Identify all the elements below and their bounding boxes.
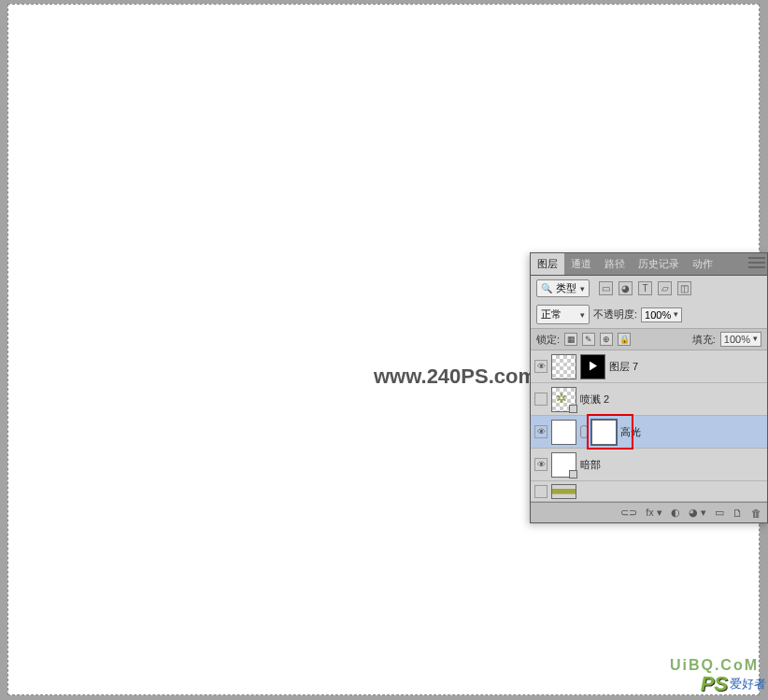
lock-all-icon[interactable]: 🔒 xyxy=(618,333,631,346)
filter-shape-icon[interactable]: ▱ xyxy=(658,281,672,295)
layer-thumbnail[interactable] xyxy=(551,452,576,478)
splash-icon: ✲ xyxy=(556,391,567,406)
link-layers-icon[interactable]: ⊂⊃ xyxy=(620,507,637,519)
chevron-down-icon: ▾ xyxy=(580,284,585,293)
layer-thumbnail[interactable] xyxy=(551,484,576,499)
fill-value: 100% xyxy=(724,334,750,345)
visibility-toggle[interactable] xyxy=(534,485,548,498)
layer-name[interactable]: 暗部 xyxy=(580,458,601,472)
layer-name[interactable]: 高光 xyxy=(620,425,641,439)
visibility-toggle[interactable] xyxy=(534,393,548,406)
mask-icon[interactable]: ◐ xyxy=(671,507,680,519)
fill-label: 填充: xyxy=(692,333,716,347)
group-icon[interactable]: ▭ xyxy=(715,507,724,519)
opacity-label: 不透明度: xyxy=(593,307,637,321)
visibility-toggle[interactable]: 👁 xyxy=(534,458,548,471)
smart-object-icon xyxy=(569,405,577,413)
brand-zh: 爱好者 xyxy=(730,676,766,693)
layer-thumbnail[interactable] xyxy=(551,354,576,379)
layer-name[interactable]: 图层 7 xyxy=(609,360,638,374)
tab-layers[interactable]: 图层 xyxy=(531,253,564,275)
chevron-down-icon: ▾ xyxy=(674,309,678,321)
layer-row[interactable]: 👁 暗部 xyxy=(531,449,767,481)
link-icon xyxy=(580,425,588,438)
filter-kind-label: 类型 xyxy=(556,281,576,295)
layer-row[interactable]: 👁 高光 xyxy=(531,416,767,449)
filter-smart-icon[interactable]: ◫ xyxy=(677,281,691,295)
filter-kind-select[interactable]: 🔍 类型 ▾ xyxy=(536,279,590,297)
lock-paint-icon[interactable]: ✎ xyxy=(582,333,595,346)
layers-panel: 图层 通道 路径 历史记录 动作 🔍 类型 ▾ ▭ ◕ T ▱ ◫ 正常 ▾ 不… xyxy=(530,252,768,523)
layer-thumbnail[interactable] xyxy=(551,420,576,445)
opacity-value: 100% xyxy=(645,309,671,321)
filter-row: 🔍 类型 ▾ ▭ ◕ T ▱ ◫ xyxy=(531,276,767,301)
tab-paths[interactable]: 路径 xyxy=(598,253,632,275)
blend-row: 正常 ▾ 不透明度: 100% ▾ xyxy=(531,301,767,328)
filter-icons: ▭ ◕ T ▱ ◫ xyxy=(599,281,691,295)
lock-transparent-icon[interactable]: ▦ xyxy=(564,333,577,346)
tab-history[interactable]: 历史记录 xyxy=(632,253,686,275)
mask-thumbnail[interactable] xyxy=(580,354,605,379)
filter-adjust-icon[interactable]: ◕ xyxy=(619,281,633,295)
tab-actions[interactable]: 动作 xyxy=(686,253,719,275)
filter-pixel-icon[interactable]: ▭ xyxy=(599,281,613,295)
blend-mode-value: 正常 xyxy=(541,307,562,321)
panel-tabs: 图层 通道 路径 历史记录 动作 xyxy=(531,253,767,276)
blend-mode-select[interactable]: 正常 ▾ xyxy=(536,305,590,324)
trash-icon[interactable]: 🗑 xyxy=(751,507,761,519)
chevron-down-icon: ▾ xyxy=(753,334,758,345)
layers-list: 👁 图层 7 ✲ 喷溅 2 👁 高光 👁 暗部 xyxy=(531,350,767,502)
panel-menu-icon[interactable] xyxy=(748,257,765,268)
layer-row[interactable] xyxy=(531,481,767,502)
layer-row[interactable]: 👁 图层 7 xyxy=(531,350,767,383)
layer-fx-icon[interactable]: fx ▾ xyxy=(646,507,662,519)
layer-thumbnail[interactable]: ✲ xyxy=(551,387,576,412)
search-icon: 🔍 xyxy=(541,283,552,293)
tab-channels[interactable]: 通道 xyxy=(564,253,598,275)
lock-label: 锁定: xyxy=(536,333,560,347)
panel-footer: ⊂⊃ fx ▾ ◐ ◕ ▾ ▭ 🗋 🗑 xyxy=(531,502,767,522)
filter-type-icon[interactable]: T xyxy=(638,281,652,295)
adjustment-icon[interactable]: ◕ ▾ xyxy=(689,507,706,519)
brand-ps: PS xyxy=(701,672,728,696)
visibility-toggle[interactable]: 👁 xyxy=(534,425,548,438)
new-layer-icon[interactable]: 🗋 xyxy=(732,507,743,519)
layer-name[interactable]: 喷溅 2 xyxy=(580,393,609,407)
smart-object-icon xyxy=(569,470,577,479)
opacity-input[interactable]: 100% ▾ xyxy=(641,307,682,322)
mask-thumbnail[interactable] xyxy=(591,420,617,445)
lock-row: 锁定: ▦ ✎ ⊕ 🔒 填充: 100% ▾ xyxy=(531,328,767,350)
fill-input[interactable]: 100% ▾ xyxy=(720,332,761,347)
lock-position-icon[interactable]: ⊕ xyxy=(600,333,613,346)
chevron-down-icon: ▾ xyxy=(580,310,585,320)
visibility-toggle[interactable]: 👁 xyxy=(534,360,548,373)
brand-logo: PS 爱好者 xyxy=(701,672,766,696)
layer-row[interactable]: ✲ 喷溅 2 xyxy=(531,383,767,416)
